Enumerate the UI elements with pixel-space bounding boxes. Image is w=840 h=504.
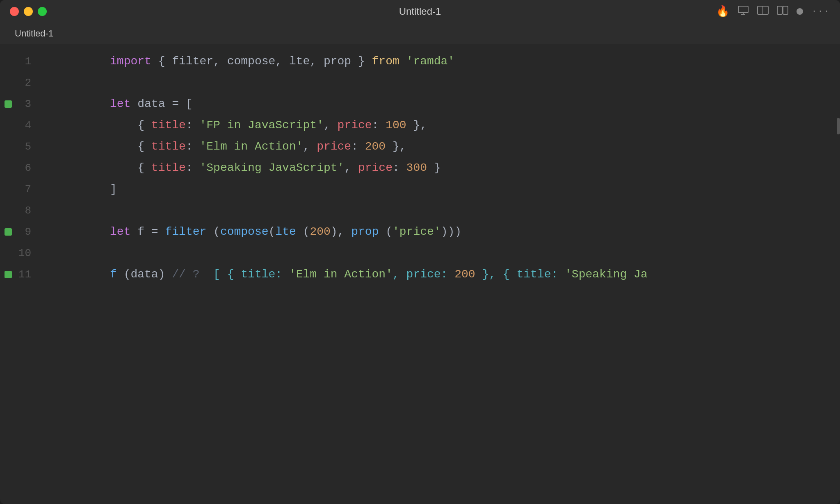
maximize-button[interactable] <box>38 7 47 16</box>
more-icon[interactable]: ··· <box>811 7 830 17</box>
window-title: Untitled-1 <box>399 6 441 17</box>
close-button[interactable] <box>10 7 19 16</box>
comment-value-2: , price: <box>393 268 454 281</box>
breakpoint-col-11 <box>0 271 16 278</box>
breakpoint-3 <box>5 100 12 108</box>
num-200-result: 200 <box>454 268 475 281</box>
space3-9: ( <box>379 225 393 238</box>
close-4: }, <box>406 119 427 132</box>
num-200-9: 200 <box>310 225 330 238</box>
line-num-8: 8 <box>16 200 41 221</box>
comment-slash: // ? <box>172 268 206 281</box>
line-num-6: 6 <box>16 157 41 179</box>
line-num-1: 1 <box>16 51 41 72</box>
key-price-6: price <box>358 161 393 174</box>
breakpoint-11 <box>5 271 12 278</box>
line-num-3: 3 <box>16 93 41 115</box>
code-row-11: 11 f (data) // ? [ { title: 'Elm in Acti… <box>0 264 840 285</box>
close-bracket-7: ] <box>110 183 117 195</box>
comment-value-3: }, { title: <box>475 268 565 281</box>
line-num-2: 2 <box>16 72 41 93</box>
code-row-9: 9 let f = filter (compose(lte (200), pro… <box>0 221 840 243</box>
code-space <box>399 55 406 68</box>
paren-11: (data) <box>117 268 172 281</box>
fn-lte: lte <box>275 225 296 238</box>
space2-9: ( <box>296 225 310 238</box>
keyword-import: import <box>110 55 151 68</box>
scrollbar-vertical[interactable] <box>837 118 840 134</box>
close3-9: ))) <box>441 225 461 238</box>
key-title-6: title <box>151 161 186 174</box>
layout-icon[interactable] <box>757 6 769 18</box>
toolbar-right: 🔥 <box>716 5 830 18</box>
code-punct: { filter, compose, lte, prop } <box>151 55 372 68</box>
svg-rect-6 <box>783 6 788 14</box>
monitor-icon[interactable] <box>737 6 749 18</box>
close2-9: ), <box>331 225 351 238</box>
keyword-let-9: let <box>110 225 130 238</box>
fn-compose: compose <box>220 225 269 238</box>
close-6: } <box>427 161 441 174</box>
breakpoint-9 <box>5 228 12 236</box>
keyword-from: from <box>372 55 399 68</box>
code-row-1: 1 import { filter, compose, lte, prop } … <box>0 51 840 72</box>
num-300: 300 <box>406 161 427 174</box>
editor-main: 1 import { filter, compose, lte, prop } … <box>0 44 840 504</box>
editor-area[interactable]: 1 import { filter, compose, lte, prop } … <box>0 44 840 504</box>
line-num-10: 10 <box>16 243 41 264</box>
minimize-button[interactable] <box>24 7 33 16</box>
split-icon[interactable] <box>777 6 788 18</box>
flame-icon[interactable]: 🔥 <box>716 5 729 18</box>
breakpoint-col-3 <box>0 100 16 108</box>
colon2-6: : <box>393 161 406 174</box>
comma-6: , <box>344 161 358 174</box>
str-elm-result: 'Elm in Action' <box>289 268 393 281</box>
str-speaking: 'Speaking JavaScript' <box>199 161 344 174</box>
title-bar: Untitled-1 🔥 <box>0 0 840 23</box>
paren-9: ( <box>206 225 220 238</box>
window-controls <box>10 7 47 16</box>
svg-rect-0 <box>738 6 748 13</box>
code-row-6: 6 { title: 'Speaking JavaScript', price:… <box>0 157 840 179</box>
tab-bar: Untitled-1 <box>0 23 840 44</box>
str-price: 'price' <box>393 225 441 238</box>
line-num-9: 9 <box>16 221 41 243</box>
fn-prop: prop <box>351 225 379 238</box>
code-row-7: 7 ] <box>0 179 840 200</box>
comment-value: [ { title: <box>206 268 289 281</box>
fn-f-call: f <box>110 268 117 281</box>
str-speaking-result: 'Speaking Ja <box>565 268 648 281</box>
space-9: f = <box>130 225 165 238</box>
line-num-7: 7 <box>16 179 41 200</box>
line-num-11: 11 <box>16 264 41 285</box>
line-num-5: 5 <box>16 136 41 157</box>
code-line-11[interactable]: f (data) // ? [ { title: 'Elm in Action'… <box>41 243 648 306</box>
active-tab[interactable]: Untitled-1 <box>8 25 60 42</box>
editor-window: Untitled-1 🔥 <box>0 0 840 504</box>
string-ramda: 'ramda' <box>406 55 455 68</box>
svg-rect-5 <box>777 6 782 14</box>
status-dot <box>797 8 803 15</box>
line-num-4: 4 <box>16 115 41 136</box>
colon-6: : <box>186 161 200 174</box>
fn-filter: filter <box>165 225 206 238</box>
breakpoint-col-9 <box>0 228 16 236</box>
paren2-9: ( <box>269 225 276 238</box>
